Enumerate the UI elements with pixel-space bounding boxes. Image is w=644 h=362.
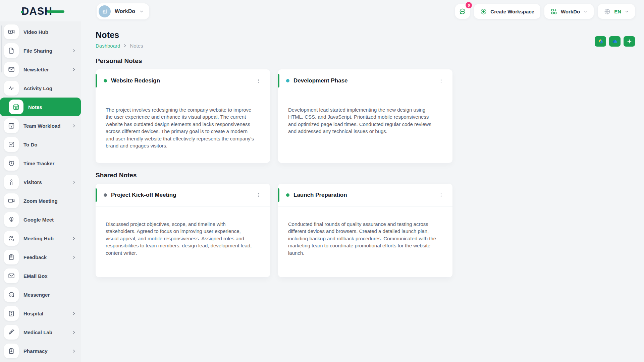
sidebar-item-zoom-meeting[interactable]: Zoom Meeting	[4, 193, 81, 208]
sidebar-item-feedback[interactable]: Feedback	[4, 249, 81, 265]
note-menu-button[interactable]	[436, 76, 446, 85]
sidebar-item-label: Time Tracker	[23, 161, 54, 166]
webcam-icon	[4, 212, 19, 227]
sidebar-scrollbar[interactable]	[1, 25, 2, 72]
chat-bubble-icon	[4, 287, 19, 302]
create-workspace-label: Create Workspace	[490, 9, 534, 14]
language-code: EN	[614, 9, 621, 14]
dash-logo[interactable]: DASH	[21, 5, 72, 18]
sidebar-item-meeting-hub[interactable]: Meeting Hub	[4, 231, 81, 246]
sidebar-item-video-hub[interactable]: Video Hub	[4, 24, 81, 40]
workspace-name: WorkDo	[115, 8, 135, 14]
breadcrumb-current: Notes	[130, 43, 143, 49]
note-card: Launch Preparation Conducted final round…	[278, 184, 452, 277]
file-icon	[4, 43, 19, 58]
note-status-dot	[104, 193, 107, 197]
main-content: Notes Dashboard Notes	[81, 21, 644, 362]
note-title: Launch Preparation	[293, 192, 347, 198]
language-selector[interactable]: EN	[598, 4, 635, 19]
sidebar-item-label: Medical Lab	[23, 329, 52, 335]
syringe-icon	[4, 325, 19, 340]
note-body: The project involves redesigning the com…	[96, 92, 270, 158]
sidebar-item-medical-lab[interactable]: Medical Lab	[4, 324, 81, 340]
video-hub-icon	[4, 24, 19, 39]
sidebar-item-google-meet[interactable]: Google Meet	[4, 212, 81, 227]
google-drive-button[interactable]	[595, 36, 606, 47]
chevron-right-icon	[72, 49, 76, 53]
section-heading: Personal Notes	[96, 57, 635, 65]
page-title: Notes	[96, 30, 143, 40]
note-title: Development Phase	[293, 77, 348, 84]
topbar: DASH WorkDo 0 Create Workspace	[0, 0, 644, 23]
sidebar-item-label: Messenger	[23, 292, 50, 298]
note-title: Project Kick-off Meeting	[111, 192, 176, 198]
kebab-menu-icon	[438, 192, 444, 198]
title-block: Notes Dashboard Notes	[96, 30, 143, 49]
sidebar-item-label: Team Workload	[23, 123, 60, 129]
note-status-dot	[286, 79, 289, 82]
sidebar-item-label: Activity Log	[23, 85, 52, 91]
notes-grid: Project Kick-off Meeting Discussed proje…	[96, 184, 635, 277]
clipboard-plus-icon	[4, 344, 19, 358]
sidebar-item-newsletter[interactable]: Newsletter	[4, 62, 81, 77]
sidebar-item-label: Google Meet	[23, 217, 54, 223]
check-square-icon	[4, 137, 19, 152]
workspace-avatar	[99, 5, 111, 17]
sidebar-item-label: File Sharing	[23, 48, 52, 54]
workspace-menu-button[interactable]: WorkDo	[544, 4, 594, 19]
note-card: Development Phase Development lead start…	[278, 69, 452, 163]
onedrive-button[interactable]	[609, 36, 621, 47]
notes-grid: Website Redesign The project involves re…	[96, 69, 635, 163]
messages-button[interactable]: 0	[455, 4, 470, 19]
sidebar-item-to-do[interactable]: To Do	[4, 137, 81, 152]
sidebar-item-time-tracker[interactable]: Time Tracker	[4, 156, 81, 171]
page-actions	[595, 36, 635, 47]
sidebar-item-label: Meeting Hub	[23, 236, 54, 241]
breadcrumb-dashboard-link[interactable]: Dashboard	[96, 43, 120, 49]
building-icon	[101, 8, 108, 15]
note-card-header: Development Phase	[278, 69, 452, 92]
sidebar-item-visitors[interactable]: Visitors	[4, 174, 81, 190]
users-icon	[4, 231, 19, 246]
calendar-icon	[9, 100, 23, 114]
chat-bubble-icon	[459, 7, 467, 15]
sidebar-item-file-sharing[interactable]: File Sharing	[4, 43, 81, 58]
sidebar-item-hospital[interactable]: Hospital	[4, 306, 81, 321]
add-note-button[interactable]	[624, 36, 635, 47]
sidebar: Video Hub File Sharing Newsletter Activi…	[0, 21, 81, 362]
sidebar-item-label: Newsletter	[23, 67, 49, 72]
workspace-selector[interactable]: WorkDo	[97, 3, 149, 19]
note-card-header: Project Kick-off Meeting	[96, 184, 270, 206]
create-workspace-button[interactable]: Create Workspace	[474, 4, 540, 19]
sidebar-item-activity-log[interactable]: Activity Log	[4, 80, 81, 96]
sidebar-item-team-workload[interactable]: Team Workload	[4, 118, 81, 133]
note-card: Project Kick-off Meeting Discussed proje…	[96, 184, 270, 277]
chevron-right-icon	[72, 349, 76, 353]
sidebar-item-pharmacy[interactable]: Pharmacy	[4, 343, 81, 359]
note-title: Website Redesign	[111, 77, 160, 84]
chevron-right-icon	[72, 124, 76, 128]
apps-plus-icon	[550, 8, 557, 15]
note-body: Discussed project objectives, scope, and…	[96, 206, 270, 264]
note-menu-button[interactable]	[436, 190, 446, 200]
sidebar-item-label: Pharmacy	[23, 348, 48, 354]
note-menu-button[interactable]	[254, 76, 263, 85]
note-accent-bar	[96, 188, 97, 202]
sidebar-item-label: Visitors	[23, 179, 42, 185]
logo-green-bar-icon	[47, 10, 64, 13]
note-menu-button[interactable]	[254, 190, 263, 200]
chevron-right-icon	[72, 330, 76, 335]
sidebar-item-messenger[interactable]: Messenger	[4, 287, 81, 302]
chevron-right-icon	[72, 311, 76, 316]
workspace-menu-label: WorkDo	[561, 9, 580, 14]
sidebar-item-email-box[interactable]: EMail Box	[4, 268, 81, 284]
note-card-header: Launch Preparation	[278, 184, 452, 206]
onedrive-icon	[612, 38, 618, 45]
sidebar-item-notes[interactable]: Notes	[0, 98, 81, 116]
breadcrumb: Dashboard Notes	[96, 43, 143, 49]
sidebar-item-label: Feedback	[23, 254, 47, 260]
chevron-right-icon	[72, 255, 76, 259]
calendar-1-icon	[4, 118, 19, 133]
sidebar-item-label: To Do	[23, 142, 37, 147]
google-drive-icon	[597, 38, 604, 45]
